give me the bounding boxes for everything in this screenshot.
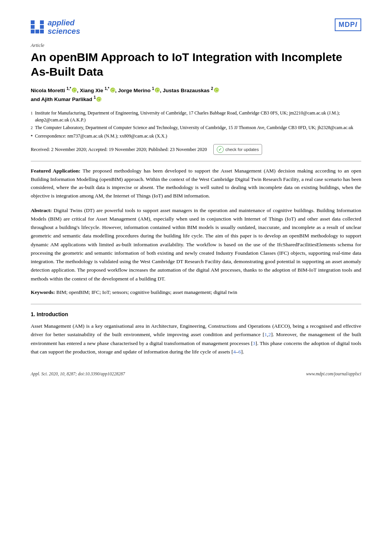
check-updates-icon: ✓	[217, 146, 224, 153]
abstract-text: Digital Twins (DT) are powerful tools to…	[31, 207, 361, 282]
orcid-icon	[214, 88, 219, 93]
mdpi-logo: MDPI	[335, 18, 361, 31]
page-header: applied sciences MDPI	[31, 18, 361, 35]
section-divider	[31, 161, 361, 161]
article-type-label: Article	[31, 42, 361, 48]
grid-cell	[31, 30, 35, 33]
affiliation-text: Institute for Manufacturing, Department …	[35, 109, 361, 123]
journal-name-applied: applied	[48, 18, 80, 27]
correspondence-text: Correspondence: nm737@cam.ac.uk (N.M.); …	[35, 133, 167, 139]
correspondence-line: * Correspondence: nm737@cam.ac.uk (N.M.)…	[31, 133, 361, 139]
ref-link-2[interactable]: 2	[268, 332, 271, 337]
journal-name-sciences: sciences	[48, 27, 80, 35]
keywords-text: BIM; openBIM; IFC; IoT; sensors; cogniti…	[56, 289, 237, 295]
featured-application-block: Featured Application: The proposed metho…	[31, 167, 361, 200]
affiliation-2: 2 The Computer Laboratory, Department of…	[31, 124, 361, 131]
footer-website: www.mdpi.com/journal/applsci	[306, 372, 361, 376]
grid-cell	[40, 30, 44, 33]
ref-link-3[interactable]: 3	[253, 340, 256, 346]
check-for-updates-badge[interactable]: ✓ check for updates	[213, 144, 262, 155]
orcid-icon	[96, 97, 101, 102]
journal-name-block: applied sciences	[48, 18, 80, 35]
correspondence-star: *	[31, 133, 33, 139]
affiliation-num: 2	[31, 125, 33, 131]
intro-heading: 1. Introduction	[31, 311, 361, 317]
grid-cell	[31, 20, 35, 24]
grid-cell	[35, 30, 39, 33]
logo-grid-icon	[31, 20, 44, 33]
paper-title: An openBIM Approach to IoT Integration w…	[31, 50, 361, 79]
affiliation-1: 1 Institute for Manufacturing, Departmen…	[31, 109, 361, 123]
keywords-block: Keywords: BIM; openBIM; IFC; IoT; sensor…	[31, 289, 361, 296]
grid-cell	[31, 25, 35, 29]
main-divider	[31, 304, 361, 304]
featured-app-label: Featured Application:	[31, 168, 80, 174]
keywords-label: Keywords:	[31, 289, 55, 295]
featured-app-text: The proposed methodology has been develo…	[31, 168, 361, 199]
grid-cell	[35, 25, 39, 29]
abstract-block: Abstract: Digital Twins (DT) are powerfu…	[31, 206, 361, 283]
grid-cell	[40, 20, 44, 24]
affiliations-block: 1 Institute for Manufacturing, Departmen…	[31, 109, 361, 139]
dates-text: Received: 2 November 2020; Accepted: 19 …	[31, 147, 207, 153]
grid-cell	[40, 25, 44, 29]
authors-block: Nicola Moretti 1,*, Xiang Xie 1,*, Jorge…	[31, 86, 361, 103]
intro-paragraph-1: Asset Management (AM) is a key organisat…	[31, 322, 361, 356]
affiliation-num: 1	[31, 110, 33, 123]
orcid-icon	[110, 88, 115, 93]
ref-link-6[interactable]: 6	[238, 349, 241, 355]
page-footer: Appl. Sci. 2020, 10, 8287; doi:10.3390/a…	[31, 372, 361, 376]
abstract-label: Abstract:	[31, 207, 52, 213]
ref-link-4[interactable]: 4	[233, 349, 236, 355]
grid-cell	[35, 20, 39, 24]
orcid-icon	[72, 88, 77, 93]
received-line: Received: 2 November 2020; Accepted: 19 …	[31, 144, 361, 155]
footer-doi: Appl. Sci. 2020, 10, 8287; doi:10.3390/a…	[31, 372, 125, 376]
affiliation-text: The Computer Laboratory, Department of C…	[35, 124, 353, 131]
check-updates-label: check for updates	[226, 147, 259, 152]
orcid-icon	[155, 88, 160, 93]
ref-link-1[interactable]: 1	[264, 332, 267, 337]
journal-logo: applied sciences	[31, 18, 80, 35]
